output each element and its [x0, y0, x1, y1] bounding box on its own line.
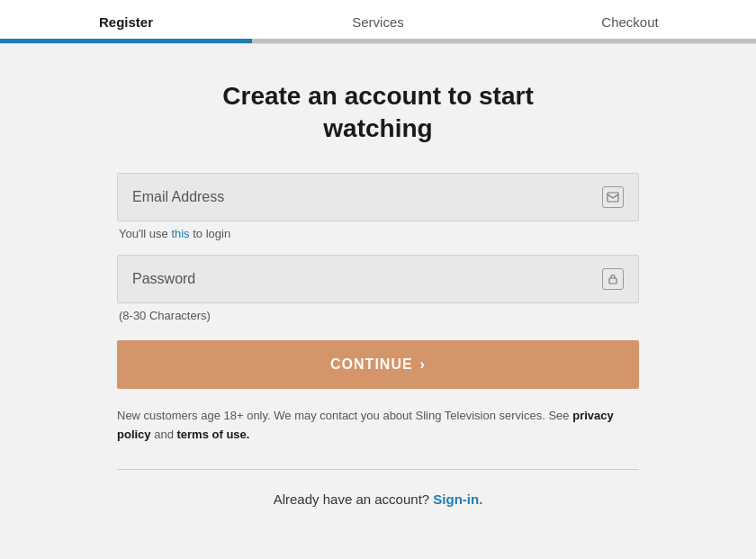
svg-rect-0 — [608, 193, 618, 202]
password-input[interactable] — [132, 271, 595, 287]
email-icon — [602, 186, 624, 208]
step-register-label: Register — [99, 14, 153, 39]
page-title: Create an account to start watching — [117, 80, 639, 146]
continue-arrow: › — [420, 356, 426, 373]
signin-prompt: Already have an account? Sign-in. — [117, 491, 639, 507]
email-field-container — [117, 173, 639, 221]
password-icon — [602, 268, 624, 290]
password-field-container — [117, 255, 639, 303]
step-register-bar — [0, 39, 252, 43]
email-hint-link: this — [171, 227, 189, 240]
disclaimer-text: New customers age 18+ only. We may conta… — [117, 407, 639, 445]
step-checkout-bar — [504, 39, 756, 43]
main-content: Create an account to start watching You'… — [99, 44, 657, 534]
continue-button[interactable]: CONTINUE › — [117, 340, 639, 389]
step-register: Register — [0, 0, 252, 43]
signin-link[interactable]: Sign-in. — [433, 491, 482, 507]
email-hint: You'll use this to login — [117, 227, 639, 240]
svg-rect-1 — [609, 278, 616, 284]
divider — [117, 469, 639, 470]
step-services-label: Services — [352, 14, 404, 39]
step-checkout-label: Checkout — [601, 14, 658, 39]
email-input[interactable] — [132, 189, 595, 205]
password-hint: (8-30 Characters) — [117, 309, 639, 322]
step-services-bar — [252, 39, 504, 43]
step-navigation: Register Services Checkout — [0, 0, 756, 44]
step-services: Services — [252, 0, 504, 43]
terms-of-use-link[interactable]: terms of use. — [177, 428, 250, 441]
step-checkout: Checkout — [504, 0, 756, 43]
